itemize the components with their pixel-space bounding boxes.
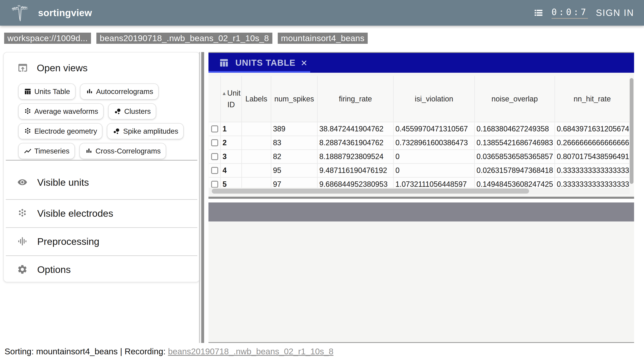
cell-unit-id: 1 <box>221 122 242 136</box>
cell-noise-overlap: 0.02631578947368418 <box>475 164 555 178</box>
bar-chart-icon <box>85 147 93 155</box>
vertical-scrollbar-thumb[interactable] <box>630 78 634 184</box>
sign-in-button[interactable]: SIGN IN <box>596 8 634 18</box>
breadcrumb-chip[interactable]: beans20190718_.nwb_beans_02_r1_10s_8 <box>96 33 272 44</box>
view-button-label: Timeseries <box>34 147 70 155</box>
cell-firing-rate: 9.686844952380953 <box>318 178 394 188</box>
unit-checkbox[interactable] <box>211 125 218 132</box>
spike-amplitudes-button[interactable]: Spike amplitudes <box>107 123 184 139</box>
bar-chart-icon <box>86 87 94 96</box>
table-row-unit-4[interactable]: 4959.48711619047619200.02631578947368418… <box>209 164 630 178</box>
sidebar: Open views Units TableAutocorrelogramsAv… <box>3 52 200 282</box>
view-button-label: Cross-Correlograms <box>96 147 161 155</box>
cross-correlograms-button[interactable]: Cross-Correlograms <box>80 143 166 159</box>
app-title: sortingview <box>38 7 92 18</box>
autocorrelograms-button[interactable]: Autocorrelograms <box>80 83 158 100</box>
table-row-unit-1[interactable]: 138938.84724419047620.45599704713105670.… <box>209 122 630 136</box>
cell-num-spikes: 97 <box>271 178 318 188</box>
app-bar-actions: 0:0:7 SIGN IN <box>533 0 634 26</box>
unit-checkbox[interactable] <box>211 167 218 174</box>
breadcrumb-chip[interactable]: mountainsort4_beans <box>278 33 368 44</box>
timer-link[interactable]: 0:0:7 <box>552 7 588 19</box>
column-header-isi-violation[interactable]: isi_violation <box>394 76 475 122</box>
vertical-splitter[interactable] <box>199 52 204 343</box>
status-text: Sorting: mountainsort4_beans | Recording… <box>4 347 166 356</box>
checkbox-cell <box>209 122 221 136</box>
south-panel-header <box>208 202 634 222</box>
sort-ascending-icon: ▲ <box>222 90 227 96</box>
cell-isi-violation: 0 <box>394 164 475 178</box>
cell-num-spikes: 389 <box>271 122 318 136</box>
cell-num-spikes: 83 <box>271 136 318 150</box>
table-row-unit-5[interactable]: 5979.6868449523809531.07321110564485970.… <box>209 178 630 188</box>
breadcrumb-chip[interactable]: workspace://1009d... <box>4 33 91 44</box>
table-header-row: ▲Unit IDLabelsnum_spikesfiring_rateisi_v… <box>209 76 630 122</box>
cell-isi-violation: 0.4559970471310567 <box>394 122 475 136</box>
clusters-button[interactable]: Clusters <box>108 103 156 119</box>
column-header-noise-overlap[interactable]: noise_overlap <box>475 76 555 122</box>
sidebar-section-visible-units[interactable]: Visible units <box>4 168 199 196</box>
cell-num-spikes: 95 <box>271 164 318 178</box>
cell-noise-overlap: 0.14948453608247425 <box>475 178 555 188</box>
view-button-label: Clusters <box>124 107 151 115</box>
unit-checkbox[interactable] <box>211 153 218 160</box>
sidebar-section-preprocessing[interactable]: Preprocessing <box>4 227 199 255</box>
units-table-panel-header[interactable]: UNITS TABLE × <box>208 53 634 73</box>
checkbox-cell <box>209 164 221 178</box>
table-icon <box>24 87 32 96</box>
south-panel-body <box>208 222 634 342</box>
section-label: Options <box>37 264 71 275</box>
column-header-num-spikes[interactable]: num_spikes <box>271 76 318 122</box>
column-header-firing-rate[interactable]: firing_rate <box>318 76 394 122</box>
unit-checkbox[interactable] <box>211 139 218 146</box>
grain-icon <box>17 208 28 219</box>
cell-labels <box>242 178 271 188</box>
south-panel-bottom-border <box>208 342 634 343</box>
panel-splitter-bar[interactable] <box>208 197 634 199</box>
column-header-nn-hit-rate[interactable]: nn_hit_rate <box>555 76 630 122</box>
cell-firing-rate: 9.487116190476192 <box>318 164 394 178</box>
units-table: ▲Unit IDLabelsnum_spikesfiring_rateisi_v… <box>209 76 630 188</box>
checkbox-cell <box>209 150 221 164</box>
sidebar-section-visible-electrodes[interactable]: Visible electrodes <box>4 199 199 227</box>
open-views-label: Open views <box>37 62 88 73</box>
cell-labels <box>242 150 271 164</box>
cell-nn-hit-rate: 0.3333333333333333 <box>555 178 630 188</box>
panel-title: UNITS TABLE <box>235 58 296 68</box>
cell-isi-violation: 1.0732111056448597 <box>394 178 475 188</box>
cell-labels <box>242 164 271 178</box>
cell-num-spikes: 82 <box>271 150 318 164</box>
cell-noise-overlap: 0.13855421686746983 <box>475 136 555 150</box>
average-waveforms-button[interactable]: Average waveforms <box>18 103 104 119</box>
cell-noise-overlap: 0.03658536585365857 <box>475 150 555 164</box>
open-views-icon <box>17 62 28 73</box>
view-button-label: Average waveforms <box>34 107 98 115</box>
section-label: Visible units <box>37 177 89 188</box>
table-row-unit-3[interactable]: 3828.1888792380952400.036585365853658570… <box>209 150 630 164</box>
recording-link[interactable]: beans20190718_.nwb_beans_02_r1_10s_8 <box>168 347 333 356</box>
column-header-labels[interactable]: Labels <box>242 76 271 122</box>
sidebar-section-options[interactable]: Options <box>4 255 199 284</box>
cell-labels <box>242 136 271 150</box>
close-icon[interactable]: × <box>301 57 307 68</box>
section-label: Visible electrodes <box>37 208 113 219</box>
timeseries-button[interactable]: Timeseries <box>18 143 75 159</box>
bubble-chart-icon <box>112 127 120 135</box>
table-row-unit-2[interactable]: 2838.288743619047620.73289616003864730.1… <box>209 136 630 150</box>
column-header-unit-id[interactable]: ▲Unit ID <box>221 76 242 122</box>
view-button-label: Units Table <box>34 87 70 96</box>
unit-checkbox[interactable] <box>211 181 218 188</box>
open-views-header: Open views <box>17 62 88 73</box>
cell-firing-rate: 8.28874361904762 <box>318 136 394 150</box>
electrode-geometry-button[interactable]: Electrode geometry <box>18 123 102 139</box>
cell-noise-overlap: 0.1683804627249358 <box>475 122 555 136</box>
task-list-icon[interactable] <box>533 8 544 18</box>
main-panel-area: UNITS TABLE × ▲Unit IDLabelsnum_spikesfi… <box>208 52 634 343</box>
horizontal-scrollbar-thumb[interactable] <box>212 189 529 194</box>
checkbox-cell <box>209 136 221 150</box>
splitter-light-bar <box>199 52 200 343</box>
units-table-content: ▲Unit IDLabelsnum_spikesfiring_rateisi_v… <box>208 73 634 197</box>
view-button-label: Electrode geometry <box>34 127 97 135</box>
units-table-button[interactable]: Units Table <box>18 83 76 100</box>
grain-icon <box>24 127 32 135</box>
